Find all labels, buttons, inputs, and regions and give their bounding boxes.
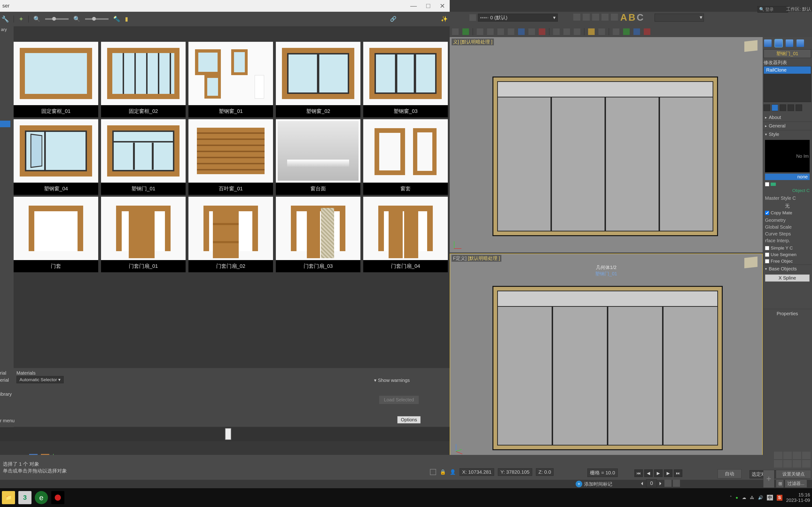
style-checkbox-row[interactable] (763, 181, 812, 187)
empty-dropdown[interactable]: ▾ (655, 14, 704, 21)
maximize-icon[interactable]: □ (426, 2, 430, 10)
tb2-icon-18[interactable] (644, 29, 650, 35)
b-button[interactable]: B (628, 12, 637, 22)
timeline-strip[interactable] (0, 427, 450, 441)
close-icon[interactable]: ✕ (440, 2, 445, 10)
modify-tab-icon[interactable] (775, 40, 782, 47)
flashlight-icon[interactable]: 🔦 (113, 16, 120, 22)
asset-card[interactable]: 塑钢门_01 (101, 119, 186, 195)
coord-x[interactable]: X: 10734.281 (460, 468, 494, 476)
add-time-tag[interactable]: + 添加时间标记 (576, 481, 612, 487)
object-name-field[interactable]: 塑钢门_01 (764, 49, 811, 58)
tb2-icon-14[interactable] (598, 29, 605, 35)
tb2-icon-12[interactable] (574, 29, 580, 35)
layer-tool-3-icon[interactable] (592, 14, 599, 21)
fov-icon[interactable] (802, 452, 811, 459)
modifier-item-railclone[interactable]: RailClone (764, 66, 811, 74)
auto-key-button[interactable]: 自动 (718, 469, 742, 478)
isolate-icon[interactable] (430, 469, 436, 475)
zoom-icon[interactable] (783, 452, 792, 459)
record-icon[interactable] (51, 491, 64, 504)
pick-icon[interactable]: ✦ (18, 15, 24, 23)
asset-card[interactable]: 百叶窗_01 (189, 119, 273, 195)
login-search[interactable]: 🔍 🔍 登录 登录 (758, 6, 788, 13)
search-icon-2[interactable]: 🔍 (73, 16, 80, 22)
play-icon[interactable]: ▶ (654, 469, 663, 477)
xspline-button[interactable]: X Spline (765, 274, 810, 282)
a-button[interactable]: A (620, 12, 628, 22)
tb2-icon-15[interactable] (613, 29, 619, 35)
tray-volume-icon[interactable]: 🔊 (758, 495, 763, 500)
hierarchy-tab-icon[interactable] (786, 40, 793, 47)
zoom-extents-icon[interactable] (793, 452, 801, 459)
asset-card[interactable]: 门套 (14, 197, 98, 272)
person-icon[interactable]: 👤 (450, 469, 456, 475)
ime-indicator[interactable]: 中 (767, 495, 773, 500)
coord-y[interactable]: Y: 37820.105 (498, 468, 532, 476)
material-selector[interactable]: Automatic Selector ▾ (16, 376, 64, 383)
asset-card[interactable]: 窗套 (363, 119, 448, 195)
tb2-icon-7[interactable] (518, 29, 525, 35)
goto-start-icon[interactable]: ⏮ (635, 469, 643, 477)
walk-icon[interactable] (783, 460, 792, 467)
asset-card[interactable]: 门套门扇_04 (363, 197, 448, 272)
set-key-plus-icon[interactable]: + (763, 470, 774, 488)
tb2-icon-3[interactable] (477, 29, 483, 35)
layer-tool-4-icon[interactable] (602, 14, 609, 21)
show-warnings-toggle[interactable]: ▾Show warnings (374, 378, 410, 383)
wand-icon[interactable]: ✨ (441, 16, 448, 22)
layer-selector[interactable]: ▪▪▪▪▫ 0 (默认) ▾ (478, 14, 558, 21)
asset-card[interactable]: 门套门扇_02 (189, 197, 273, 272)
battery-icon[interactable]: ▮ (125, 16, 128, 22)
c-button[interactable]: C (637, 12, 645, 22)
viewcube-icon[interactable] (744, 40, 758, 52)
tray-chevron-icon[interactable]: ˄ (730, 495, 732, 500)
style-none-button[interactable]: none (765, 174, 810, 180)
coord-z[interactable]: Z: 0.0 (536, 468, 554, 476)
key-filter-button[interactable]: 过滤器... (785, 479, 807, 488)
nav-extra-icon[interactable] (802, 460, 811, 467)
tb2-icon-4[interactable] (487, 29, 494, 35)
tb2-icon-10[interactable] (553, 29, 560, 35)
rollout-about[interactable]: About (763, 113, 812, 122)
show-end-result-icon[interactable] (772, 105, 778, 111)
use-seg-check[interactable]: Use Segmen (763, 251, 812, 258)
viewport-label-2[interactable]: F定义] [默认明暗处理 ] (452, 255, 501, 262)
tb2-icon-8[interactable] (528, 29, 535, 35)
max-toggle-icon[interactable] (793, 460, 801, 467)
asset-card[interactable]: 固定窗框_02 (101, 42, 186, 117)
frame-field[interactable]: 0 (646, 479, 657, 487)
pan-icon[interactable] (774, 452, 782, 459)
tb2-icon-16[interactable] (623, 29, 630, 35)
tray-cloud-icon[interactable]: ☁ (742, 495, 746, 500)
asset-card[interactable]: 门套门扇_01 (101, 197, 186, 272)
key-filter-1-icon[interactable]: ⊞ (776, 479, 784, 488)
layer-tool-2-icon[interactable] (583, 14, 590, 21)
tb2-icon-17[interactable] (633, 29, 640, 35)
options-button[interactable]: Options (397, 416, 420, 424)
orbit-icon[interactable] (774, 460, 782, 467)
tb2-icon-13[interactable] (588, 29, 595, 35)
layer-icon[interactable] (469, 14, 476, 21)
library-tab-label[interactable]: ary (0, 26, 14, 33)
zoom-slider-2[interactable] (85, 18, 109, 20)
tb2-icon-5[interactable] (497, 29, 504, 35)
free-obj-check[interactable]: Free Objec (763, 258, 812, 265)
tb2-icon-11[interactable] (563, 29, 570, 35)
browser-icon[interactable]: e (35, 491, 48, 504)
wrench-icon[interactable]: 🔧 (1, 15, 9, 23)
asset-card[interactable]: 塑钢窗_04 (14, 119, 98, 195)
search-icon[interactable]: 🔍 (33, 16, 40, 22)
stack-tool-4-icon[interactable] (788, 105, 794, 111)
goto-end-icon[interactable]: ⏭ (674, 469, 682, 477)
style-preview[interactable]: No Im (765, 140, 810, 172)
viewport-label-1[interactable]: 义] [默认明暗处理 ] (452, 39, 494, 45)
file-explorer-icon[interactable]: 📁 (2, 491, 15, 504)
layer-tool-5-icon[interactable] (611, 14, 618, 21)
rollout-base-objects[interactable]: Base Objects (763, 265, 812, 273)
next-frame-icon[interactable]: ▶ (664, 469, 672, 477)
key-mode-icon[interactable] (673, 480, 680, 487)
timeline-marker[interactable] (225, 428, 231, 440)
stack-tool-3-icon[interactable] (779, 105, 786, 111)
asset-card[interactable]: 窗台面 (276, 119, 360, 195)
